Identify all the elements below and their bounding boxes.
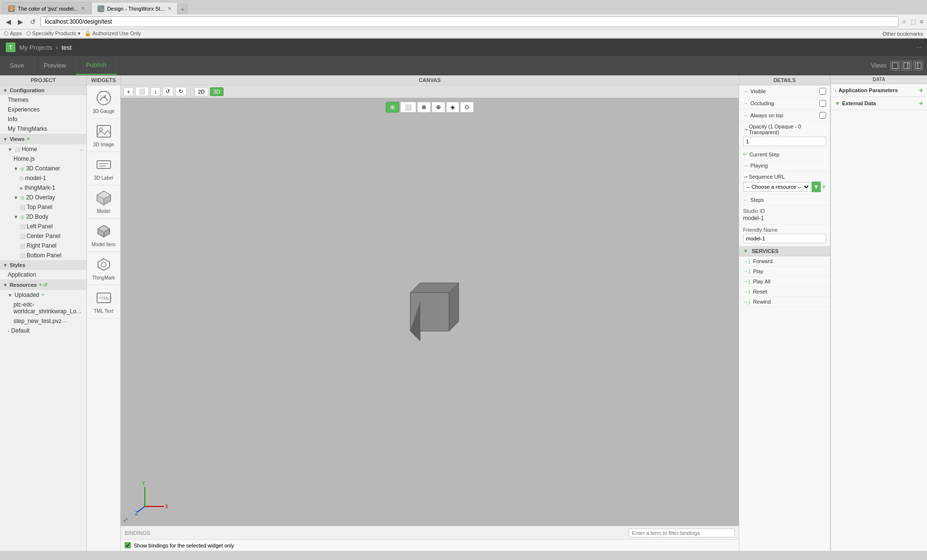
pvz-file-1[interactable]: ptc-edc-worldcar_shrinkwrap_Lo... — [0, 300, 86, 316]
widget-3d-gauge[interactable]: 3D Gauge — [87, 85, 120, 119]
view-icon-1[interactable] — [890, 61, 900, 70]
sequence-select[interactable]: -- Choose a resource -- — [743, 182, 811, 192]
application-item[interactable]: Application — [0, 270, 86, 280]
redo-button[interactable]: ↻ — [175, 87, 186, 96]
bottom-panel-item[interactable]: ⬜ Bottom Panel — [0, 251, 86, 260]
other-bookmarks[interactable]: Other bookmarks — [883, 31, 923, 37]
info-item[interactable]: Info — [0, 114, 86, 124]
widget-3d-image[interactable]: 3D Image — [87, 119, 120, 152]
uploaded-section[interactable]: ▼ Uploaded + — [0, 290, 86, 300]
nav-forward-button[interactable]: ▶ — [16, 17, 25, 27]
header-menu-icon[interactable]: ··· — [916, 44, 921, 51]
home-item[interactable]: ▼ ⬜ Home → — [0, 144, 86, 154]
star-icon[interactable]: ☆ — [901, 18, 907, 25]
themes-item[interactable]: Themes — [0, 95, 86, 105]
resources-refresh-icon[interactable]: ↺ — [43, 282, 47, 288]
bindings-filter-input[interactable] — [629, 529, 735, 537]
breadcrumb-prefix[interactable]: My Projects — [19, 44, 52, 51]
uploaded-add-button[interactable]: + — [41, 292, 44, 298]
views-section[interactable]: ▼ Views + — [0, 134, 86, 144]
container-3d-item[interactable]: ▼ ◎ 3D Container — [0, 164, 86, 173]
services-collapse-icon[interactable]: ▼ — [743, 248, 748, 254]
svg-text:X: X — [165, 504, 169, 509]
sequence-dropdown-btn[interactable]: ▼ — [812, 182, 821, 192]
service-play[interactable]: →) Play — [739, 266, 830, 277]
body-2d-item[interactable]: ▼ ◎ 2D Body — [0, 212, 86, 222]
widget-3d-label[interactable]: 3D Label — [87, 152, 120, 185]
left-panel-item[interactable]: ⬜ Left Panel — [0, 222, 86, 231]
opacity-input[interactable] — [743, 137, 826, 146]
friendly-name-input[interactable] — [743, 234, 826, 243]
configuration-section[interactable]: ▼ Configuration — [0, 85, 86, 95]
expand-icon[interactable]: ⤢ — [123, 516, 128, 524]
widget-tml-text[interactable]: <TML> TML Text — [87, 285, 120, 319]
service-play-all[interactable]: →) Play All — [739, 277, 830, 287]
ar-button-2[interactable]: ⬜ — [400, 102, 416, 112]
model-1-item[interactable]: ⬡ model-1 — [0, 173, 86, 183]
widget-thingmark[interactable]: ThingMark — [87, 252, 120, 285]
preview-button[interactable]: Preview — [34, 56, 76, 75]
service-rewind[interactable]: →) Rewind — [739, 297, 830, 307]
resources-section[interactable]: ▼ Resources + ↺ — [0, 280, 86, 290]
ar-button-1[interactable]: ⊕ — [386, 102, 399, 112]
view-icon-2[interactable] — [902, 61, 912, 70]
mythingmarks-item[interactable]: My ThingMarks — [0, 124, 86, 134]
authorized-bookmark[interactable]: 🔒 Authorized Use Only — [84, 30, 141, 37]
undo-button[interactable]: ↺ — [162, 87, 173, 96]
ar-button-5[interactable]: ◈ — [446, 102, 459, 112]
widget-model-item[interactable]: Model Item — [87, 219, 120, 252]
publish-button[interactable]: Publish — [76, 56, 117, 75]
top-panel-item[interactable]: ⬜ Top Panel — [0, 202, 86, 212]
new-tab-button[interactable]: + — [178, 4, 187, 14]
overlay-2d-arrow-icon: ▼ — [14, 195, 18, 200]
default-section[interactable]: › Default — [0, 326, 86, 336]
external-data-add-icon[interactable]: + — [919, 99, 923, 107]
experiences-item[interactable]: Experiences — [0, 105, 86, 114]
themes-label: Themes — [8, 97, 28, 103]
browser-tab-1[interactable]: 🎨 The color of 'pvz' model... ✕ — [2, 2, 91, 14]
app-params-section-header[interactable]: › Application Parameters + — [831, 84, 927, 97]
menu-icon[interactable]: ≡ — [920, 18, 923, 25]
studio-id-value: model-1 — [743, 215, 826, 222]
3d-button[interactable]: 3D — [210, 87, 224, 96]
left-panel-label: Left Panel — [27, 223, 53, 230]
thingmark-1-item[interactable]: ◈ thingMark-1 — [0, 183, 86, 193]
resources-add-button[interactable]: + — [39, 281, 42, 288]
tab-close-2[interactable]: ✕ — [168, 6, 171, 11]
nav-refresh-button[interactable]: ↺ — [28, 17, 38, 27]
sequence-add-icon[interactable]: + — [822, 182, 826, 191]
service-reset[interactable]: →) Reset — [739, 287, 830, 297]
app-params-add-icon[interactable]: + — [919, 86, 923, 94]
show-bindings-checkbox[interactable] — [125, 542, 131, 548]
visible-checkbox[interactable] — [819, 88, 826, 95]
ar-button-3[interactable]: ⊗ — [417, 102, 431, 112]
resize-button[interactable]: ↕ — [151, 87, 160, 96]
always-on-top-checkbox[interactable] — [819, 112, 826, 119]
ar-button-6[interactable]: ⊙ — [460, 102, 474, 112]
nav-back-button[interactable]: ◀ — [4, 17, 13, 27]
address-bar[interactable] — [41, 16, 899, 27]
2d-button[interactable]: 2D — [195, 87, 208, 96]
pvz-file-2[interactable]: step_new_test.pvz — — [0, 316, 86, 326]
select-button[interactable]: ⬜ — [135, 87, 149, 96]
extensions-icon[interactable]: ⬚ — [911, 18, 916, 25]
views-add-button[interactable]: + — [27, 136, 30, 142]
styles-section[interactable]: ▼ Styles — [0, 260, 86, 270]
external-data-section-header[interactable]: ▼ External Data + — [831, 97, 927, 110]
right-panel-item[interactable]: ⬜ Right Panel — [0, 241, 86, 251]
widget-model[interactable]: Model — [87, 185, 120, 219]
occluding-checkbox[interactable] — [819, 100, 826, 107]
homejs-item[interactable]: Home.js — [0, 154, 86, 164]
save-button[interactable]: Save — [0, 56, 34, 75]
view-icon-3[interactable] — [913, 61, 923, 70]
ar-button-4[interactable]: ⊕ — [432, 102, 445, 112]
add-widget-button[interactable]: + — [124, 87, 133, 96]
specialty-bookmark[interactable]: ⬡ Specialty Products ▾ — [26, 30, 81, 37]
browser-tab-2[interactable]: 🔧 Design - ThingWorx St... ✕ — [91, 2, 178, 14]
overlay-2d-item[interactable]: ▼ ◎ 2D Overlay — [0, 193, 86, 202]
canvas-content[interactable]: ⊕ ⬜ ⊗ ⊕ ◈ ⊙ — [121, 98, 739, 526]
apps-bookmark[interactable]: ⬡ Apps — [4, 30, 22, 37]
center-panel-item[interactable]: ⬜ Center Panel — [0, 231, 86, 241]
tab-close-1[interactable]: ✕ — [81, 6, 85, 11]
service-forward[interactable]: →) Forward — [739, 256, 830, 266]
